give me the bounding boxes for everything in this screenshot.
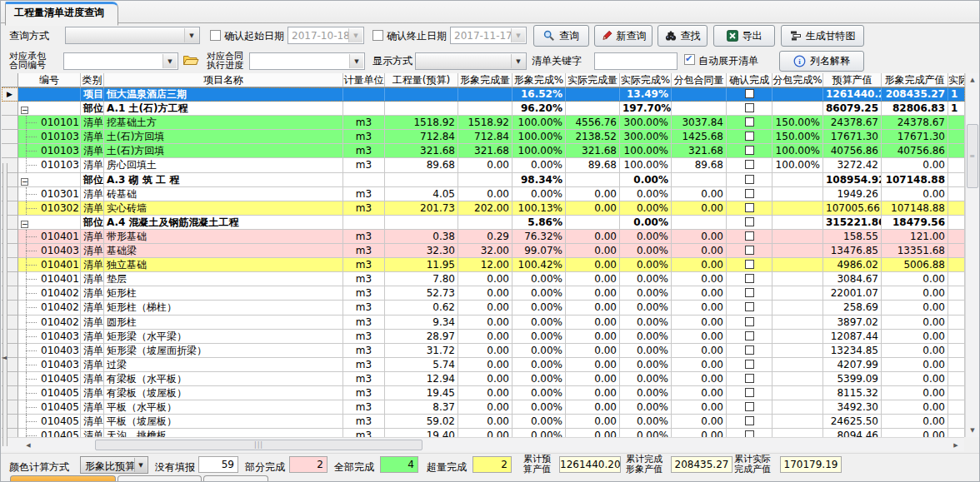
query-mode-select[interactable]: ▼ <box>65 27 200 44</box>
scroll-down-icon[interactable]: ▼ <box>966 424 979 437</box>
horizontal-scrollbar[interactable]: ◀ ||| ▶ <box>2 437 964 451</box>
tree-collapse-icon[interactable]: − <box>21 221 28 228</box>
generate-gantt-button[interactable]: 生成甘特图 <box>781 25 864 47</box>
column-header-qty-actual[interactable]: 实际完成量 <box>566 73 620 87</box>
bottom-tab-2[interactable] <box>118 475 202 482</box>
confirm-checkbox[interactable] <box>745 345 754 355</box>
table-row[interactable]: 010405清单平板（坡屋板）m359.020.000.00%0.000.00%… <box>2 415 965 429</box>
table-row[interactable]: 010405清单有梁板（水平板）m312.940.000.00%0.000.00… <box>2 372 965 386</box>
cell-confirm[interactable] <box>727 187 772 201</box>
vertical-scroll-thumb[interactable]: ≡ <box>967 124 978 188</box>
cell-confirm[interactable] <box>727 286 772 301</box>
keyword-input[interactable] <box>594 52 678 70</box>
table-row[interactable]: ▶项目恒大温泉酒店三期16.52%13.49%1261440.2208435.2… <box>2 87 965 102</box>
confirm-checkbox[interactable] <box>745 288 754 297</box>
open-folder-button[interactable] <box>182 53 201 67</box>
column-header-confirm[interactable]: 确认完成 <box>727 73 772 87</box>
column-header-value-actual[interactable]: 实际完成产值 <box>948 73 965 87</box>
scroll-right-icon[interactable]: ▶ <box>949 439 962 451</box>
chevron-down-icon[interactable]: ▼ <box>162 54 177 68</box>
end-date-picker[interactable]: 2017-11-17 ▼ <box>450 27 527 44</box>
cell-confirm[interactable] <box>727 130 772 144</box>
table-row[interactable]: 010405清单天沟、挑檐板m319.400.000.00%0.000.00%0… <box>2 429 965 437</box>
cell-confirm[interactable] <box>727 102 772 116</box>
cell-confirm[interactable] <box>727 158 772 172</box>
cell-confirm[interactable] <box>727 87 772 102</box>
export-button[interactable]: 导出 <box>713 25 775 47</box>
display-mode-select[interactable]: ▼ <box>415 52 527 70</box>
column-header-code[interactable]: 编号 <box>18 73 81 87</box>
row-indicator[interactable] <box>2 130 18 144</box>
column-header-unit[interactable]: 计量单位 <box>343 73 385 87</box>
table-row[interactable]: 010301清单砖基础m34.050.000.00%0.000.00%0.001… <box>2 187 965 201</box>
start-date-picker[interactable]: 2017-10-18 ▼ <box>288 27 364 44</box>
confirm-checkbox[interactable] <box>745 160 754 169</box>
scroll-up-icon[interactable]: ▲ <box>966 73 979 87</box>
table-row[interactable]: 010405清单有梁板（坡屋板）m319.450.000.00%0.000.00… <box>2 386 965 400</box>
table-row[interactable]: 010403清单基础梁m332.3032.0099.07%0.000.00%0.… <box>2 244 965 258</box>
table-row[interactable]: 010401清单独立基础m311.9512.00100.42%0.000.00%… <box>2 258 965 272</box>
table-row[interactable]: 010402清单矩形柱m352.730.000.00%0.000.00%0.00… <box>2 286 965 301</box>
cell-confirm[interactable] <box>727 116 772 130</box>
table-row[interactable]: 010103清单房心回填土m389.680.000.00%89.68100.00… <box>2 158 965 172</box>
row-indicator[interactable] <box>2 102 18 116</box>
table-row[interactable]: 010401清单带形基础m30.380.2976.32%0.000.00%0.0… <box>2 230 965 244</box>
cell-confirm[interactable] <box>727 358 772 372</box>
table-row[interactable]: 010402清单矩形柱（梯柱）m30.620.000.00%0.000.00%0… <box>2 301 965 315</box>
confirm-checkbox[interactable] <box>745 430 754 437</box>
cell-confirm[interactable] <box>727 272 772 286</box>
scroll-left-icon[interactable]: ◀ <box>22 439 35 451</box>
end-date-checkbox[interactable] <box>372 30 383 41</box>
row-indicator[interactable] <box>2 116 18 130</box>
table-row[interactable]: 010403清单矩形梁（坡屋面折梁）m331.720.000.00%0.000.… <box>2 344 965 358</box>
table-row[interactable]: 010103清单土(石)方回填m3321.68321.68100.00%321.… <box>2 144 965 158</box>
confirm-checkbox[interactable] <box>745 231 754 241</box>
cell-confirm[interactable] <box>727 330 772 344</box>
table-row[interactable]: 010103清单土(石)方回填m3712.84712.84100.00%2138… <box>2 130 965 144</box>
chevron-down-icon[interactable]: ▼ <box>348 28 362 42</box>
confirm-checkbox[interactable] <box>745 402 754 411</box>
confirm-checkbox[interactable] <box>745 217 754 226</box>
cell-confirm[interactable] <box>727 400 772 415</box>
chevron-down-icon[interactable]: ▼ <box>511 54 525 68</box>
confirm-checkbox[interactable] <box>745 89 754 98</box>
table-row[interactable]: −部位A.4 混凝土及钢筋混凝土工程5.86%0.00%315221.86184… <box>2 216 965 230</box>
start-date-checkbox[interactable] <box>210 30 221 41</box>
column-header-name[interactable]: 项目名称 <box>104 73 343 87</box>
bottom-tab-3[interactable] <box>203 475 268 482</box>
cell-confirm[interactable] <box>727 316 772 330</box>
cell-confirm[interactable] <box>727 344 772 358</box>
contract-progress-select[interactable]: ▼ <box>249 52 365 70</box>
tree-collapse-icon[interactable]: − <box>21 178 28 186</box>
column-header-pct-subcontract[interactable]: 分包完成% <box>772 73 823 87</box>
column-header-value-visual[interactable]: 形象完成产值 <box>882 73 948 87</box>
cell-confirm[interactable] <box>727 415 772 429</box>
column-header-pct-actual[interactable]: 实际完成% <box>620 73 672 87</box>
confirm-checkbox[interactable] <box>745 274 754 283</box>
column-header-category[interactable]: 类别 <box>81 73 104 87</box>
cell-confirm[interactable] <box>727 372 772 386</box>
confirm-checkbox[interactable] <box>745 374 754 383</box>
confirm-checkbox[interactable] <box>745 189 754 198</box>
confirm-checkbox[interactable] <box>745 302 754 311</box>
row-indicator[interactable] <box>2 144 18 158</box>
confirm-checkbox[interactable] <box>745 103 754 112</box>
table-row[interactable]: 010101清单挖基础土方m31518.921518.92100.00%4556… <box>2 116 965 130</box>
splitter-collapse-icon[interactable]: ◄ <box>2 354 7 361</box>
column-help-button[interactable]: i 列名解释 <box>779 51 864 72</box>
cell-confirm[interactable] <box>727 201 772 216</box>
confirm-checkbox[interactable] <box>745 360 754 369</box>
table-row[interactable]: 010402清单圆形柱m39.340.000.00%0.000.00%0.003… <box>2 316 965 330</box>
confirm-checkbox[interactable] <box>745 416 754 425</box>
find-button[interactable]: 查找 <box>658 25 708 47</box>
confirm-checkbox[interactable] <box>745 260 754 269</box>
table-row[interactable]: 010403清单过梁m35.740.000.00%0.000.00%0.0042… <box>2 358 965 372</box>
new-query-button[interactable]: 新查询 <box>594 25 652 47</box>
horizontal-scroll-thumb[interactable]: ||| <box>95 440 422 450</box>
cell-confirm[interactable] <box>727 386 772 400</box>
column-header-qty-visual[interactable]: 形象完成量 <box>458 73 512 87</box>
tab-progress-query[interactable]: 工程量清单进度查询 <box>5 2 118 26</box>
column-header-qty-subcontract[interactable]: 分包合同量 <box>672 73 727 87</box>
chevron-down-icon[interactable]: ▼ <box>134 458 147 472</box>
table-row[interactable]: −部位A.1 土(石)方工程96.20%197.70%86079.2582806… <box>2 102 965 116</box>
